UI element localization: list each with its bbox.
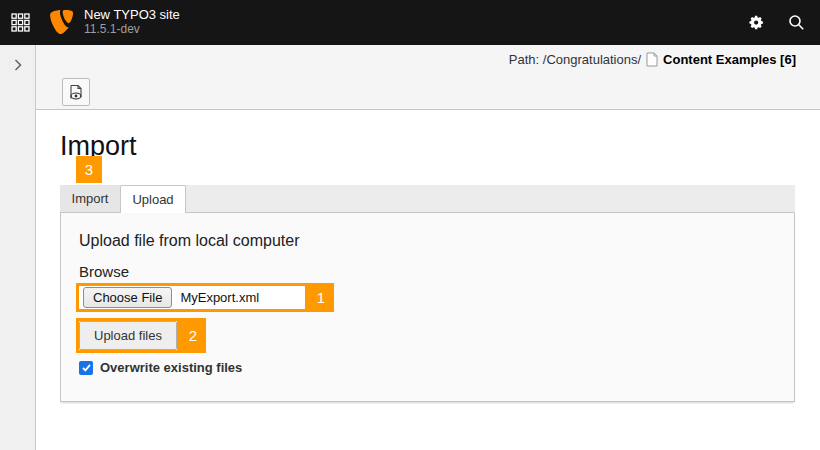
document-eye-icon	[68, 84, 84, 101]
page-tree-collapsed-sidebar	[0, 45, 36, 450]
tabbar-spacer	[186, 185, 795, 212]
topbar: New TYPO3 site 11.5.1-dev	[0, 0, 820, 45]
app-grid-icon	[11, 13, 30, 32]
chevron-right-icon	[13, 58, 23, 72]
annotation-marker-2: 2	[180, 318, 206, 353]
upload-tab-panel: Upload file from local computer Browse C…	[60, 213, 795, 402]
upload-panel-heading: Upload file from local computer	[79, 232, 300, 250]
tab-import[interactable]: Import	[60, 185, 120, 212]
annotation-marker-1: 1	[308, 283, 334, 312]
typo3-version: 11.5.1-dev	[84, 23, 180, 37]
settings-button[interactable]	[736, 0, 776, 45]
search-icon	[788, 14, 805, 31]
overwrite-checkbox-label: Overwrite existing files	[100, 360, 242, 375]
breadcrumb-page-title[interactable]: Content Examples [6]	[663, 52, 796, 67]
breadcrumb: Path: /Congratulations/ Content Examples…	[509, 52, 796, 67]
upload-files-button[interactable]: Upload files	[79, 321, 177, 350]
choose-file-button[interactable]: Choose File	[83, 287, 172, 308]
file-upload-input[interactable]: Choose File MyExport.xml	[76, 283, 308, 312]
checkmark-icon	[81, 362, 92, 373]
breadcrumb-path: Path: /Congratulations/	[509, 52, 641, 67]
browse-label: Browse	[79, 263, 129, 280]
tab-upload[interactable]: Upload	[120, 185, 186, 213]
gear-icon	[748, 14, 765, 31]
docheader: Path: /Congratulations/ Content Examples…	[36, 45, 820, 110]
annotation-marker-3: 3	[76, 156, 102, 183]
selected-file-name: MyExport.xml	[180, 290, 259, 305]
view-webpage-button[interactable]	[62, 78, 90, 106]
typo3-logo-icon	[50, 10, 73, 35]
module-menu-toggle-button[interactable]	[0, 0, 40, 45]
tabbar: Import Upload	[60, 185, 795, 213]
brand: New TYPO3 site 11.5.1-dev	[50, 8, 180, 37]
search-button[interactable]	[776, 0, 816, 45]
expand-navigation-button[interactable]	[0, 45, 36, 77]
site-title: New TYPO3 site	[84, 8, 180, 23]
overwrite-checkbox[interactable]	[79, 361, 93, 375]
module-body: Import 3 Import Upload Upload file from …	[36, 111, 820, 450]
page-record-icon	[646, 52, 658, 67]
